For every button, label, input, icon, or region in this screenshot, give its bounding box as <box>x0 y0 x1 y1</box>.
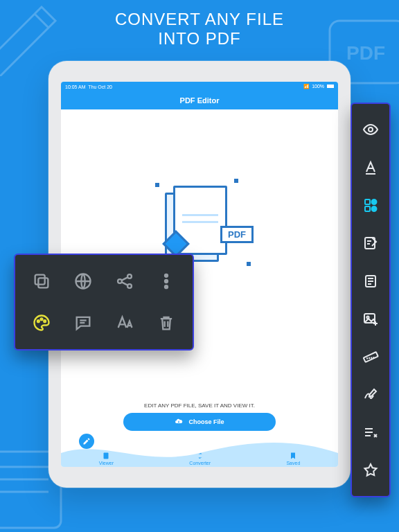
app-header-title: PDF Editor <box>61 91 338 109</box>
eye-icon <box>362 121 379 138</box>
status-battery: 📶100% <box>303 84 334 89</box>
star-icon <box>362 462 379 479</box>
tool-image-add[interactable] <box>352 300 389 338</box>
popup-more[interactable] <box>145 260 187 302</box>
svg-point-15 <box>165 285 168 288</box>
popup-share[interactable] <box>104 260 145 302</box>
fab-edit-button[interactable] <box>79 434 94 449</box>
tab-converter[interactable]: Converter <box>189 452 211 466</box>
popup-font[interactable] <box>104 302 145 344</box>
tool-view[interactable] <box>352 111 389 149</box>
more-icon <box>157 272 176 291</box>
svg-point-14 <box>165 280 168 283</box>
tab-saved-label: Saved <box>286 461 300 466</box>
status-time-date: 10:05 AM Thu Oct 20 <box>65 85 112 89</box>
comment-icon <box>73 313 93 332</box>
svg-rect-38 <box>364 352 378 362</box>
svg-point-13 <box>165 274 168 277</box>
svg-rect-7 <box>38 278 48 287</box>
trash-icon <box>157 313 176 332</box>
svg-point-28 <box>372 206 377 211</box>
tool-signature[interactable] <box>352 375 389 414</box>
choose-file-label: Choose File <box>188 418 224 425</box>
svg-point-17 <box>41 318 43 320</box>
image-add-icon <box>362 310 379 327</box>
popup-globe[interactable] <box>62 260 104 302</box>
tab-saved[interactable]: Saved <box>286 452 300 466</box>
edit-caption: EDIT ANY PDF FILE, SAVE IT AND VIEW IT. <box>61 402 338 409</box>
svg-point-18 <box>44 320 46 322</box>
svg-rect-26 <box>365 206 370 211</box>
signature-icon <box>362 386 379 402</box>
tool-list-remove[interactable] <box>352 414 389 452</box>
tool-star[interactable] <box>352 451 389 489</box>
annotate-icon <box>362 235 379 251</box>
context-toolbar-popup <box>14 254 194 351</box>
ruler-icon <box>362 348 379 365</box>
svg-rect-6 <box>104 453 109 459</box>
promo-line1: CONVERT ANY FILE <box>115 10 284 28</box>
saved-icon <box>289 452 297 460</box>
copy-icon <box>32 272 51 291</box>
vertical-toolbar <box>351 103 391 497</box>
svg-rect-25 <box>365 200 370 204</box>
text-style-icon <box>362 159 379 176</box>
tool-annotate[interactable] <box>352 224 389 263</box>
share-icon <box>115 272 134 291</box>
popup-palette[interactable] <box>21 302 62 344</box>
promo-line2: INTO PDF <box>158 29 241 48</box>
popup-copy[interactable] <box>21 260 62 302</box>
choose-file-button[interactable]: Choose File <box>123 413 276 431</box>
popup-comment[interactable] <box>62 302 104 344</box>
svg-point-23 <box>369 127 373 132</box>
bottom-tabs: Viewer Converter Saved <box>61 452 338 466</box>
converter-icon <box>196 452 204 460</box>
status-date: Thu Oct 20 <box>88 85 112 89</box>
tab-viewer-label: Viewer <box>99 461 114 466</box>
svg-text:PDF: PDF <box>346 42 385 64</box>
viewer-icon <box>102 452 110 460</box>
palette-icon <box>32 313 51 332</box>
svg-point-27 <box>372 200 377 204</box>
list-remove-icon <box>362 424 379 441</box>
pdf-tag: PDF <box>220 226 254 243</box>
status-bar: 10:05 AM Thu Oct 20 📶100% <box>61 82 338 91</box>
tool-shapes[interactable] <box>352 186 389 224</box>
popup-trash[interactable] <box>145 302 187 344</box>
tool-note[interactable] <box>352 262 389 300</box>
tool-text-style[interactable] <box>352 149 389 187</box>
globe-icon <box>73 272 93 291</box>
tab-viewer[interactable]: Viewer <box>99 452 114 466</box>
cloud-download-icon <box>175 417 183 427</box>
tab-converter-label: Converter <box>189 461 211 466</box>
shapes-icon <box>362 197 379 213</box>
font-icon <box>115 313 134 332</box>
note-icon <box>362 273 379 290</box>
tool-ruler[interactable] <box>352 338 389 376</box>
svg-point-16 <box>37 320 39 322</box>
status-time: 10:05 AM <box>65 85 86 89</box>
svg-rect-8 <box>35 275 45 285</box>
